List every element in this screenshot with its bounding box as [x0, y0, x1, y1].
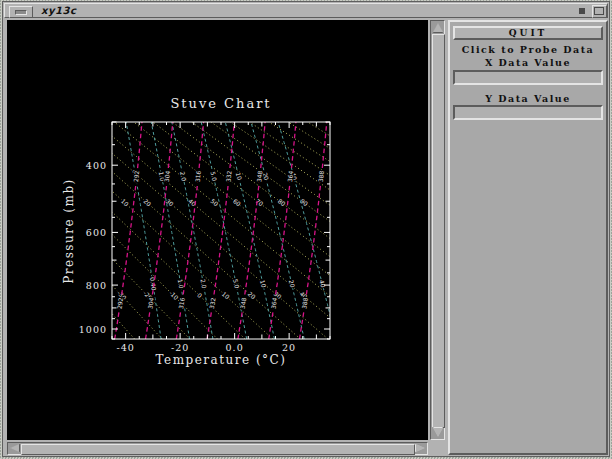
app-window: xy13c Stuve Chart Pressure (mb) Temperat…	[3, 2, 609, 456]
iconify-button[interactable]	[9, 6, 33, 18]
control-panel: QUIT Click to Probe Data X Data Value Y …	[448, 20, 608, 455]
scroll-right-icon[interactable]	[416, 444, 425, 452]
svg-text:10: 10	[120, 197, 130, 207]
y-data-value-label: Y Data Value	[450, 93, 606, 104]
svg-text:2.0: 2.0	[200, 278, 209, 289]
svg-text:80: 80	[277, 197, 287, 207]
svg-text:800: 800	[86, 280, 107, 291]
svg-text:292: 292	[132, 170, 140, 182]
svg-text:40: 40	[318, 279, 327, 288]
svg-text:-40: -40	[116, 342, 134, 353]
svg-text:304: 304	[146, 297, 155, 310]
probe-instruction-label: Click to Probe Data	[450, 44, 606, 55]
svg-text:10: 10	[221, 290, 231, 300]
svg-text:1000: 1000	[79, 324, 107, 335]
plot-canvas[interactable]: Stuve Chart Pressure (mb) Temperature (°…	[7, 20, 428, 440]
quit-button[interactable]: QUIT	[453, 26, 603, 40]
svg-text:5.0: 5.0	[210, 171, 219, 182]
svg-text:5.0: 5.0	[232, 278, 241, 289]
svg-text:10: 10	[259, 279, 267, 288]
x-data-value-field[interactable]	[453, 70, 603, 85]
desktop: { "titlebar": { "title": "xy13c" }, "pan…	[0, 0, 612, 459]
stuve-chart-plot[interactable]: -30-20-100101020203030404050607080900.40…	[7, 20, 428, 440]
maximize-box-icon	[594, 7, 604, 15]
svg-text:388: 388	[300, 297, 309, 310]
svg-text:20: 20	[247, 290, 257, 300]
window-title: xy13c	[41, 5, 76, 16]
svg-text:2.0: 2.0	[179, 171, 188, 182]
svg-text:332: 332	[208, 297, 217, 310]
svg-text:316: 316	[177, 297, 186, 310]
svg-text:1.0: 1.0	[177, 278, 186, 289]
maximize-button[interactable]	[592, 5, 607, 18]
svg-text:60: 60	[232, 197, 242, 207]
svg-text:348: 348	[239, 297, 248, 310]
titlebar[interactable]: xy13c	[4, 3, 608, 18]
svg-text:332: 332	[224, 170, 232, 182]
svg-text:0.0: 0.0	[226, 342, 244, 353]
vertical-scrollbar[interactable]	[430, 20, 445, 440]
svg-text:400: 400	[86, 160, 107, 171]
svg-text:364: 364	[286, 170, 294, 182]
svg-text:20: 20	[142, 197, 152, 207]
horizontal-scrollbar-thumb[interactable]	[21, 444, 415, 455]
scroll-left-icon[interactable]	[10, 444, 19, 452]
svg-text:600: 600	[86, 227, 107, 238]
svg-text:316: 316	[194, 170, 202, 182]
svg-text:20: 20	[282, 342, 296, 353]
svg-text:0: 0	[196, 291, 204, 299]
svg-text:20: 20	[288, 279, 297, 288]
svg-text:348: 348	[255, 170, 263, 182]
scroll-down-icon[interactable]	[433, 428, 443, 437]
svg-text:-20: -20	[171, 342, 189, 353]
svg-text:10: 10	[235, 172, 244, 181]
vertical-scrollbar-thumb[interactable]	[432, 34, 445, 428]
svg-text:364: 364	[269, 297, 278, 310]
svg-text:388: 388	[317, 170, 325, 182]
iconify-dash-icon	[15, 10, 27, 15]
horizontal-scrollbar[interactable]	[7, 442, 428, 455]
svg-text:304: 304	[163, 170, 171, 182]
svg-text:292: 292	[115, 297, 124, 310]
titlebar-dot-icon[interactable]	[579, 8, 585, 14]
scroll-up-icon[interactable]	[433, 23, 443, 32]
x-data-value-label: X Data Value	[450, 57, 606, 68]
y-data-value-field[interactable]	[453, 105, 603, 120]
svg-text:50: 50	[209, 197, 219, 207]
